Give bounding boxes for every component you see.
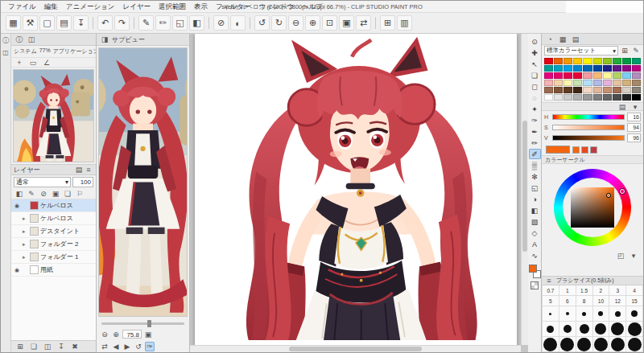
color-set-dropdown[interactable]: 標準カラーセット ▾ [544, 46, 618, 55]
merge-down-icon[interactable]: ↧ [56, 342, 66, 351]
rotate-left-icon[interactable]: ↺ [254, 15, 270, 31]
blend-mode-dropdown[interactable]: 通常 ▾ [14, 177, 71, 187]
deselect-icon[interactable]: ⊘ [213, 15, 229, 31]
brush-size-tab-label[interactable]: ブラシサイズ(0.5刻み) [556, 277, 614, 285]
color-swatch[interactable] [622, 72, 631, 79]
flip-icon[interactable]: ⇄ [100, 342, 109, 351]
color-swatch[interactable] [613, 58, 621, 64]
separator[interactable] [208, 17, 209, 29]
color-swatch[interactable] [544, 87, 553, 93]
brush-size-dot-cell[interactable] [543, 337, 559, 352]
brush-tool[interactable]: ✐ [529, 149, 541, 159]
color-swatch[interactable] [583, 65, 592, 72]
color-swatch[interactable] [593, 80, 602, 86]
layer-opacity-value[interactable]: 100 [72, 177, 93, 187]
hue-marker[interactable] [620, 189, 625, 194]
canvas-area[interactable] [190, 34, 528, 352]
color-swatch[interactable] [573, 94, 582, 101]
fit-icon[interactable]: ▣ [143, 330, 153, 339]
slider-track[interactable] [101, 322, 184, 325]
brush-size-cell[interactable]: 12 [609, 296, 626, 306]
zoom-out-icon[interactable]: ⊖ [100, 330, 109, 339]
edit-swatch-icon[interactable]: ✎ [631, 46, 641, 55]
fit-screen-icon[interactable]: ⊡ [322, 15, 337, 31]
color-swatch[interactable] [632, 94, 641, 101]
horizontal-scrollbar-thumb[interactable] [289, 347, 421, 351]
brush-size-dot-cell[interactable] [626, 322, 643, 337]
color-swatch[interactable] [622, 80, 631, 86]
clip-icon[interactable]: ◧ [14, 189, 24, 199]
color-swatch[interactable] [632, 72, 641, 79]
color-swatch[interactable] [593, 87, 602, 93]
color-swatch[interactable] [564, 87, 572, 93]
color-swatch[interactable] [564, 80, 572, 86]
move-canvas-tool[interactable]: ✚ [529, 47, 541, 58]
slider-value[interactable]: 96 [627, 133, 641, 142]
zoom-in-icon[interactable]: ⊕ [305, 15, 320, 31]
subview-eyedropper-toggle[interactable]: ✑ [145, 342, 155, 351]
ruler-layer-icon[interactable]: ⚐ [75, 189, 85, 199]
color-swatch[interactable] [622, 87, 631, 93]
palette-menu-icon[interactable]: ≡ [544, 276, 554, 285]
color-swatch[interactable] [603, 72, 612, 79]
layer-visibility-toggle[interactable]: ◉ [13, 203, 21, 209]
color-swatch[interactable] [603, 80, 612, 86]
color-swatch[interactable] [583, 72, 592, 79]
hsv-mode-icon[interactable]: ▾ [629, 251, 638, 261]
blend-tool[interactable]: ◑ [529, 194, 541, 204]
folder-arrow-icon[interactable]: ▸ [23, 241, 28, 248]
brush-size-cell[interactable]: 0.7 [543, 285, 559, 296]
color-swatch[interactable] [573, 72, 582, 79]
color-swatch[interactable] [632, 80, 641, 86]
slider-value[interactable]: 94 [627, 123, 641, 132]
figure-tool[interactable]: ◇ [529, 228, 541, 238]
brush-size-dot-cell[interactable] [576, 322, 593, 337]
color-wheel[interactable] [542, 164, 643, 251]
rotate-reset-icon[interactable]: ↺ [134, 342, 143, 351]
brush-size-dot-cell[interactable] [609, 337, 626, 352]
layer-row[interactable]: ▸ デスタイント [11, 225, 96, 238]
brush-size-dot-cell[interactable] [576, 337, 593, 352]
color-swatch[interactable] [593, 65, 602, 72]
redo-icon[interactable]: ↷ [114, 15, 130, 31]
color-set-tab-icon[interactable]: ▦ [558, 35, 568, 44]
color-swatch[interactable] [583, 58, 592, 64]
color-swatch[interactable] [573, 58, 582, 64]
menu-item[interactable]: 表示 [190, 1, 212, 13]
menu-item[interactable]: アニメーション [62, 1, 119, 13]
delete-layer-icon[interactable]: ✖ [70, 342, 80, 351]
slider-value[interactable]: 16 [627, 113, 641, 121]
color-swatch[interactable] [573, 65, 582, 72]
color-mixer-tab-icon[interactable]: ▤ [571, 35, 580, 44]
color-swatch[interactable] [544, 94, 553, 101]
fill-icon[interactable]: ◧ [189, 15, 204, 31]
canvas-page[interactable] [195, 34, 517, 352]
brush-size-dot-cell[interactable] [543, 306, 559, 322]
duplicate-layer-icon[interactable]: ◫ [43, 342, 52, 351]
color-swatch[interactable] [613, 80, 621, 86]
undo-icon[interactable]: ↶ [97, 15, 113, 31]
layer-row[interactable]: ▸ ケルベロス [11, 212, 96, 225]
brush-size-dot-cell[interactable] [559, 322, 576, 337]
subview-zoom-slider[interactable] [97, 318, 189, 328]
menu-item[interactable]: ファイル [4, 1, 40, 13]
decoration-tool[interactable]: ✻ [529, 171, 541, 182]
prev-image-icon[interactable]: ◀ [111, 342, 121, 351]
slider-mode-icon[interactable]: ▤ [617, 102, 627, 112]
layer-visibility-toggle[interactable]: ◉ [13, 267, 21, 273]
lasso-tool[interactable]: ◌ [529, 92, 541, 103]
grid-icon[interactable]: ⊞ [380, 15, 395, 31]
pencil-icon[interactable]: ✏ [155, 15, 171, 31]
next-image-icon[interactable]: ▶ [122, 342, 132, 351]
brush-size-dot-cell[interactable] [593, 337, 610, 352]
brush-size-cell[interactable]: 1 [559, 285, 576, 296]
brush-size-cell[interactable]: 5 [543, 296, 559, 306]
color-swatch[interactable] [554, 72, 563, 79]
brush-size-dot-cell[interactable] [593, 306, 610, 322]
color-swatch[interactable] [632, 87, 641, 93]
brush-size-dot-cell[interactable] [593, 322, 610, 337]
flip-view-icon[interactable]: ⇄ [356, 15, 371, 31]
pen-tool[interactable]: ✒ [529, 126, 541, 137]
lock-layer-icon[interactable]: ⊘ [39, 189, 48, 199]
brush-size-dot-cell[interactable] [609, 306, 626, 322]
